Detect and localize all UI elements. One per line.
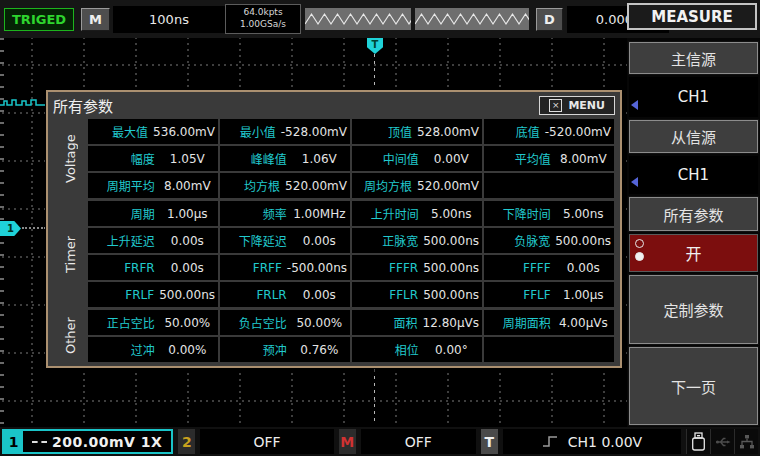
lan-icon <box>734 429 758 454</box>
measure-cell: FRLR0.00s <box>220 282 350 307</box>
measure-cell: 正占空比50.00% <box>88 310 218 335</box>
waveform-preview-right <box>415 8 529 30</box>
trigger-status[interactable]: CH1 0.00V <box>503 429 681 454</box>
measure-label: FFFR <box>355 261 423 275</box>
dialog-title: 所有参数 <box>53 95 113 116</box>
measure-value: 500.00ns <box>423 234 479 248</box>
measure-section: Voltage最大值536.00mV最小值-528.00mV顶值528.00mV… <box>54 119 614 198</box>
measure-label: 相位 <box>355 341 424 358</box>
acquisition-readout: 64.0kpts 1.00GSa/s <box>225 4 301 33</box>
menu-slave-source-button[interactable]: 从信源 <box>629 120 758 153</box>
measure-value: 1.00MHz <box>292 207 347 221</box>
measure-label: 顶值 <box>355 123 417 140</box>
chevron-left-icon <box>631 177 638 187</box>
channel2-status[interactable]: OFF <box>200 429 333 454</box>
measure-value: 0.00s <box>292 234 347 248</box>
math-status[interactable]: OFF <box>361 429 476 454</box>
trigger-badge[interactable]: T <box>481 429 498 454</box>
dialog-menu-button[interactable]: × MENU <box>539 96 615 115</box>
measure-value: 500.00ns <box>423 288 479 302</box>
measure-label: FRFF <box>223 261 287 275</box>
measure-cell: FFFF0.00s <box>484 255 614 280</box>
measure-cell: FFFR500.00ns <box>352 255 482 280</box>
delay-button[interactable]: D <box>536 8 563 31</box>
measure-label: 上升延迟 <box>91 232 160 249</box>
measure-cell: 周期1.00μs <box>88 201 218 226</box>
all-params-state-text: 开 <box>685 241 701 265</box>
measure-cell: 负占空比50.00% <box>220 310 350 335</box>
menu-next-page-button[interactable]: 下一页 <box>629 347 758 425</box>
measure-section: Other正占空比50.00%负占空比50.00%面积12.80μVs周期面积4… <box>54 310 614 362</box>
menu-all-params-button[interactable]: 所有参数 <box>629 197 758 231</box>
measure-value: -500.00ns <box>287 261 347 275</box>
measure-cell: FFLF1.00μs <box>484 282 614 307</box>
channel1-status[interactable]: 1 200.00mV 1X <box>2 429 173 454</box>
measure-value: 5.00ns <box>424 207 479 221</box>
measure-cell: 负脉宽500.00ns <box>484 228 614 253</box>
measure-value: 4.00μVs <box>556 316 611 330</box>
measure-label: 正占空比 <box>91 314 160 331</box>
measure-label: 平均值 <box>487 150 556 167</box>
measure-label: FRFR <box>91 261 160 275</box>
dialog-menu-label: MENU <box>568 99 605 112</box>
dialog-titlebar: 所有参数 × MENU <box>48 92 620 118</box>
channel2-badge[interactable]: 2 <box>178 429 195 454</box>
measure-label: 周期 <box>91 205 160 222</box>
measure-cell: 均方根520.00mV <box>220 173 350 198</box>
measure-value: 0.00V <box>424 152 479 166</box>
menu-custom-params-button[interactable]: 定制参数 <box>629 275 758 344</box>
measure-cell: 中间值0.00V <box>352 146 482 171</box>
measure-cell: 周期面积4.00μVs <box>484 310 614 335</box>
top-status-bar: TRIGED M 100ns 64.0kpts 1.00GSa/s D 0.00… <box>0 0 760 38</box>
measure-cell <box>484 173 614 198</box>
waveform-preview-left <box>305 8 411 30</box>
panel-title: MEASURE <box>627 3 757 30</box>
measure-table: Voltage最大值536.00mV最小值-528.00mV顶值528.00mV… <box>54 119 614 362</box>
measure-cell: 峰峰值1.06V <box>220 146 350 171</box>
trigger-source-level: CH1 0.00V <box>568 434 642 450</box>
measure-label: 负占空比 <box>223 314 292 331</box>
menu-main-source-value[interactable]: CH1 <box>629 77 758 117</box>
trigger-position-marker[interactable]: T <box>367 38 383 54</box>
measure-cell: 幅度1.05V <box>88 146 218 171</box>
channel1-level-marker[interactable]: 1 <box>0 221 21 236</box>
section-label: Other <box>54 310 86 362</box>
measure-value: 520.00mV <box>285 179 347 193</box>
menu-main-source-button[interactable]: 主信源 <box>629 42 758 74</box>
measure-label: 过冲 <box>91 341 160 358</box>
memory-depth: 64.0kpts <box>226 7 300 19</box>
measure-label: 预冲 <box>223 341 292 358</box>
measure-cell: FRFR0.00s <box>88 255 218 280</box>
radio-selected-icon <box>635 252 644 261</box>
math-badge[interactable]: M <box>339 429 356 454</box>
measure-label: 幅度 <box>91 150 160 167</box>
measure-label: 最大值 <box>91 123 153 140</box>
measure-cell: 周期平均8.00mV <box>88 173 218 198</box>
measure-cell: FFLR500.00ns <box>352 282 482 307</box>
measure-value: 500.00ns <box>423 261 479 275</box>
measure-value: 0.00s <box>160 234 215 248</box>
measure-value: 520.00mV <box>417 179 479 193</box>
menu-slave-source-value[interactable]: CH1 <box>629 156 758 194</box>
slave-source-value-text: CH1 <box>678 166 709 184</box>
measure-label: 周期平均 <box>91 177 160 194</box>
measure-value: 1.05V <box>160 152 215 166</box>
horizontal-mode-button[interactable]: M <box>81 8 110 31</box>
measure-cell: 过冲0.00% <box>88 337 218 362</box>
measure-cell <box>484 337 614 362</box>
measure-value: 50.00% <box>160 316 215 330</box>
waveform-preview <box>305 8 529 30</box>
measure-cell: 周均方根520.00mV <box>352 173 482 198</box>
measure-label: FFLR <box>355 288 423 302</box>
measure-value: 500.00ns <box>555 234 611 248</box>
status-icons <box>686 429 758 454</box>
menu-all-params-state[interactable]: 开 <box>629 234 758 272</box>
measure-value: 0.00% <box>160 343 215 357</box>
measure-value: 500.00ns <box>159 288 215 302</box>
dc-coupling-icon <box>32 441 47 443</box>
measure-section: Timer周期1.00μs频率1.00MHz上升时间5.00ns下降时间5.00… <box>54 201 614 307</box>
measure-value: -520.00mV <box>545 125 611 139</box>
measure-value: 0.00° <box>424 343 479 357</box>
oscilloscope-screen: TRIGED M 100ns 64.0kpts 1.00GSa/s D 0.00… <box>0 0 760 456</box>
measure-value: 0.00s <box>292 288 347 302</box>
